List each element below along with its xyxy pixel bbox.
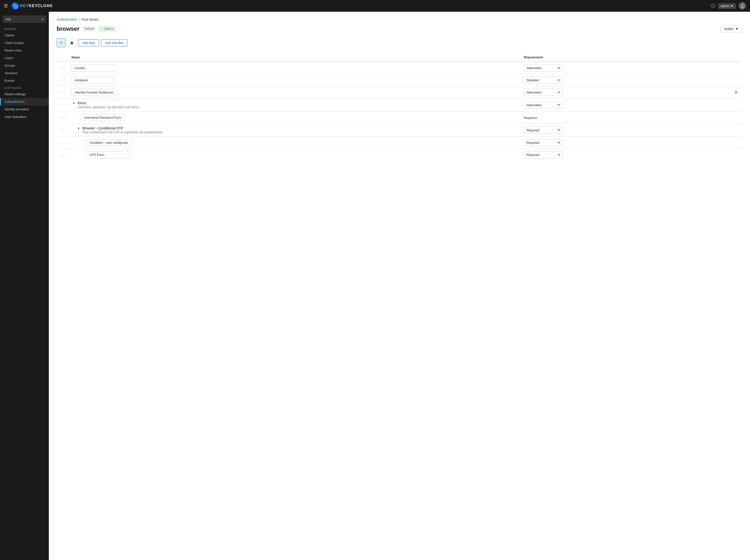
expand-cond-otp-button[interactable]: ▼ — [76, 126, 81, 131]
step-cond-otp-name: Browser - Conditional OTP — [82, 126, 162, 130]
action-button[interactable]: Action ▼ — [721, 25, 742, 33]
sidebar-item-events-label: Events — [5, 79, 14, 82]
requirement-cond-otp[interactable]: Required Alternative Disabled Conditiona… — [524, 127, 563, 134]
step-forms-info: forms Username, password, otp and other … — [78, 101, 140, 109]
requirement-cookie[interactable]: Alternative Required Disabled Conditiona… — [524, 64, 563, 72]
step-cond-otp-info: Browser - Conditional OTP Flow to determ… — [82, 126, 162, 134]
badge-builtin-label: Built-in — [104, 27, 114, 31]
sidebar-item-user-federation-label: User federation — [5, 115, 26, 119]
step-forms-name: forms — [78, 101, 140, 105]
action-button-label: Action — [724, 27, 734, 31]
requirement-otp-form[interactable]: Required Alternative Disabled Conditiona… — [524, 151, 563, 158]
sidebar-item-users[interactable]: Users — [0, 54, 49, 62]
hamburger-menu[interactable]: ☰ — [4, 3, 8, 8]
requirement-upf: Required — [524, 116, 537, 120]
badge-default: Default — [82, 26, 96, 31]
gear-button-idp-redirector[interactable]: ⚙ — [733, 89, 739, 96]
requirement-condition-user[interactable]: Required Alternative Disabled Conditiona… — [524, 139, 563, 146]
flow-table: Steps Requirement ⋮⋮ Cookie Alternative … — [57, 53, 742, 161]
builtin-check-icon: ✓ — [101, 27, 103, 31]
sidebar-item-client-scopes[interactable]: Client scopes — [0, 39, 49, 47]
realm-selector[interactable]: vcd — [3, 16, 46, 23]
policy-view-icon: ▣ — [70, 41, 74, 45]
sidebar-item-realm-roles[interactable]: Realm roles — [0, 47, 49, 54]
requirement-kerberos[interactable]: Disabled Alternative Required Conditiona… — [524, 77, 563, 84]
table-row: ⋮⋮ Username Password Form Required — [57, 112, 742, 124]
expand-forms-button[interactable]: ▼ — [71, 101, 76, 105]
help-icon[interactable]: ⓘ — [711, 3, 715, 9]
drag-handle-forms[interactable]: ⋮⋮ — [60, 103, 65, 107]
add-subflow-button[interactable]: Add sub-flow — [101, 39, 127, 46]
page-header: browser Default ✓ Built-in Action ▼ — [57, 25, 742, 33]
sidebar-item-realm-roles-label: Realm roles — [5, 48, 21, 52]
svg-point-2 — [15, 5, 16, 6]
table-row: ⋮⋮ OTP Form Required Alternative Disable… — [57, 149, 742, 161]
badge-builtin: ✓ Built-in — [99, 26, 116, 31]
sidebar-item-client-scopes-label: Client scopes — [5, 41, 24, 45]
step-otp-form: OTP Form — [86, 151, 130, 158]
avatar-icon — [740, 4, 745, 8]
avatar[interactable] — [739, 2, 746, 9]
drag-handle-cookie[interactable]: ⋮⋮ — [60, 66, 65, 70]
sidebar-item-groups[interactable]: Groups — [0, 62, 49, 69]
add-subflow-label: Add sub-flow — [105, 41, 123, 45]
drag-handle-cond-otp[interactable]: ⋮⋮ — [60, 128, 65, 132]
drag-handle-condition-user[interactable]: ⋮⋮ — [60, 141, 65, 145]
drag-handle-idp-redirector[interactable]: ⋮⋮ — [60, 91, 65, 95]
keycloak-logo-svg — [13, 4, 17, 8]
sidebar-item-realm-settings-label: Realm settings — [5, 92, 26, 96]
requirement-forms[interactable]: Alternative Required Disabled Conditiona… — [524, 102, 563, 108]
table-row: ⋮⋮ ▼ Browser - Conditional OTP Flow to d… — [57, 124, 742, 137]
col-drag — [57, 53, 68, 62]
requirement-idp-redirector[interactable]: Alternative Required Disabled Conditiona… — [524, 89, 563, 96]
manage-section-label: Manage — [0, 26, 49, 32]
gear-icon: ⚙ — [734, 90, 738, 95]
sidebar-item-users-label: Users — [5, 56, 13, 60]
step-forms-desc: Username, password, otp and other auth f… — [78, 105, 140, 109]
add-step-button[interactable]: Add step — [78, 39, 99, 46]
col-actions-header — [730, 53, 742, 62]
table-row: ⋮⋮ Kerberos Disabled Alternative Require… — [57, 74, 742, 86]
breadcrumb-authentication-link[interactable]: Authentication — [57, 18, 77, 21]
action-dropdown-icon: ▼ — [735, 27, 738, 31]
breadcrumb: Authentication > Flow details — [57, 18, 742, 21]
sidebar-item-identity-providers[interactable]: Identity providers — [0, 105, 49, 113]
step-cookie: Cookie — [71, 64, 115, 72]
user-dropdown-icon: ▼ — [730, 4, 733, 8]
toolbar: ☷ ▣ Add step Add sub-flow — [57, 38, 742, 47]
sidebar-item-authentication-label: Authentication — [5, 100, 25, 103]
table-row: ⋮⋮ ▼ forms Username, password, otp and o… — [57, 99, 742, 112]
sidebar: vcd ▼ Manage Clients Client scopes Realm… — [0, 12, 49, 560]
sidebar-item-realm-settings[interactable]: Realm settings — [0, 90, 49, 98]
logo: KEYKEYCLOAKKEYCLOAK — [12, 2, 53, 9]
svg-point-3 — [742, 4, 744, 6]
table-view-button[interactable]: ☷ — [57, 38, 65, 47]
col-requirement-header: Requirement — [521, 53, 730, 62]
add-step-label: Add step — [82, 41, 95, 45]
drag-handle-kerberos[interactable]: ⋮⋮ — [60, 78, 65, 82]
main-content: Authentication > Flow details browser De… — [49, 12, 750, 560]
realm-selector-wrapper: vcd ▼ — [3, 16, 46, 23]
sidebar-item-clients[interactable]: Clients — [0, 32, 49, 39]
policy-view-button[interactable]: ▣ — [67, 38, 76, 47]
step-username-password-form: Username Password Form — [80, 114, 125, 121]
step-cond-otp-desc: Flow to determine if the OTP is required… — [82, 131, 162, 134]
table-row: ⋮⋮ Identity Provider Redirector Alternat… — [57, 86, 742, 99]
table-view-icon: ☷ — [60, 41, 63, 45]
sidebar-item-groups-label: Groups — [5, 64, 15, 67]
sidebar-item-authentication[interactable]: Authentication — [0, 98, 49, 105]
sidebar-item-user-federation[interactable]: User federation — [0, 113, 49, 121]
step-idp-redirector: Identity Provider Redirector — [71, 89, 117, 96]
sidebar-item-clients-label: Clients — [5, 34, 14, 37]
app-name: KEYKEYCLOAKKEYCLOAK — [20, 4, 53, 8]
col-steps-header: Steps — [68, 53, 521, 62]
step-kerberos: Kerberos — [71, 77, 115, 84]
user-menu-button[interactable]: admin ▼ — [718, 3, 736, 9]
breadcrumb-current: Flow details — [81, 18, 98, 21]
configure-section-label: Configure — [0, 84, 49, 90]
drag-handle-upf[interactable]: ⋮⋮ — [60, 116, 65, 120]
page-title: browser — [57, 25, 79, 32]
sidebar-item-sessions[interactable]: Sessions — [0, 69, 49, 77]
sidebar-item-events[interactable]: Events — [0, 77, 49, 84]
drag-handle-otp-form[interactable]: ⋮⋮ — [60, 153, 65, 157]
